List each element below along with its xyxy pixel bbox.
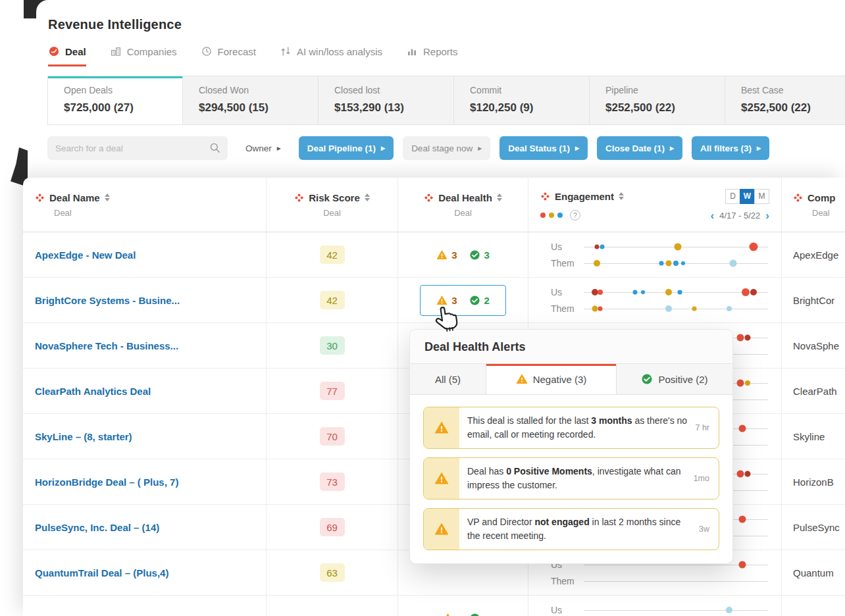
deal-name-link[interactable]: HorizonBridge Deal – ( Plus, 7) <box>35 476 178 488</box>
company-name[interactable]: Quantum <box>793 567 834 578</box>
filter-chip-owner[interactable]: Owner ▸ <box>237 136 290 160</box>
sort-icon[interactable] <box>105 193 110 201</box>
filter-chip-all-filters-3[interactable]: All filters (3) ▸ <box>692 136 769 160</box>
company-name[interactable]: PulseSync <box>793 522 840 533</box>
engagement-dot <box>745 380 750 386</box>
nav-tab-forecast[interactable]: Forecast <box>201 45 256 66</box>
filter-chip-deal-pipeline-1[interactable]: Deal Pipeline (1) ▸ <box>299 136 394 160</box>
deal-name-link[interactable]: QuantumTrail Deal – (Plus,4) <box>35 567 168 578</box>
toggle-w[interactable]: W <box>740 189 755 204</box>
deal-name-link[interactable]: BrightCore Systems - Busine... <box>35 295 180 306</box>
company-cell: PulseSync <box>782 505 845 550</box>
toggle-m[interactable]: M <box>754 189 769 204</box>
company-cell: Quantum <box>782 550 845 595</box>
company-cell: ClearPath <box>782 369 845 413</box>
sort-icon[interactable] <box>365 193 370 201</box>
engagement-dot <box>681 261 685 265</box>
filter-chips: Owner ▸ Deal Pipeline (1) ▸ Deal stage n… <box>237 136 769 160</box>
popover-tab-positive-2[interactable]: Positive (2) <box>617 364 732 394</box>
deal-name-link[interactable]: SkyLine – (8, starter) <box>35 431 132 442</box>
toggle-d[interactable]: D <box>725 189 740 204</box>
summary-card-closed-won[interactable]: Closed Won $294,500 (15) <box>183 76 319 125</box>
popover-tab-negative-3[interactable]: Negative (3) <box>486 364 617 394</box>
popover-alert-list: This deal is stalled for the last 3 mont… <box>410 395 732 563</box>
filter-chip-deal-status-1[interactable]: Deal Status (1) ▸ <box>499 136 588 160</box>
nav-tab-ai-win-loss-analysis[interactable]: AI win/loss analysis <box>280 45 382 66</box>
warning-icon <box>516 373 528 385</box>
prev-range-icon[interactable]: ‹ <box>711 210 715 221</box>
summary-card-commit[interactable]: Commit $120,250 (9) <box>454 76 590 125</box>
nav-tab-deal[interactable]: Deal <box>48 45 86 66</box>
summary-card-closed-lost[interactable]: Closed lost $153,290 (13) <box>319 76 454 125</box>
risk-score-header[interactable]: Risk Score Deal <box>267 178 398 232</box>
engagement-dot <box>665 289 672 295</box>
company-name[interactable]: ClearPath <box>793 386 837 397</box>
engagement-us-label: Us <box>551 287 584 297</box>
engagement-dot <box>598 306 603 311</box>
nav-tab-label: Forecast <box>218 46 256 57</box>
company-header[interactable]: Comp Deal <box>782 178 845 232</box>
deal-health-header-sub: Deal <box>454 208 472 218</box>
check-icon <box>469 249 480 261</box>
sort-icon[interactable] <box>497 193 502 201</box>
filter-chip-deal-stage-now[interactable]: Deal stage now ▸ <box>403 136 490 160</box>
summary-card-label: Commit <box>470 85 589 95</box>
popover-tab-all-5[interactable]: All (5) <box>410 364 486 394</box>
engagement-dot <box>738 424 746 432</box>
companies-icon <box>110 45 122 57</box>
chevron-right-icon: ▸ <box>381 144 385 152</box>
search-input[interactable] <box>47 136 228 160</box>
summary-card-label: Best Case <box>741 85 845 95</box>
risk-score-badge: 30 <box>320 336 345 355</box>
nav-tab-label: AI win/loss analysis <box>297 46 382 57</box>
company-cell: BrightCor <box>782 278 845 322</box>
engagement-dot <box>726 607 732 613</box>
engagement-dot <box>665 305 672 312</box>
sort-icon[interactable] <box>619 192 624 200</box>
deal-name-header[interactable]: Deal Name Deal <box>23 178 267 232</box>
company-name[interactable]: ApexEdge <box>793 249 838 261</box>
filter-chip-close-date-1[interactable]: Close Date (1) ▸ <box>597 136 682 160</box>
alert-card[interactable]: Deal has 0 Positive Moments, investigate… <box>423 457 719 500</box>
alert-text: Deal has 0 Positive Moments, investigate… <box>459 458 694 499</box>
app-window: Revenue Intelligence Deal Companies Fore… <box>0 0 845 616</box>
company-name[interactable]: NovaSphe <box>793 340 839 351</box>
deal-health-cell[interactable]: 3 2 <box>398 278 528 322</box>
positive-count: 2 <box>484 295 490 306</box>
company-cell: NovaSphe <box>782 323 845 368</box>
deal-health-cell[interactable]: 3 3 <box>398 232 528 277</box>
engagement-us-strip <box>584 602 768 616</box>
engagement-dot <box>737 470 744 477</box>
nav-tab-companies[interactable]: Companies <box>110 45 177 66</box>
deal-name-link[interactable]: ClearPath Analytics Deal <box>35 386 151 397</box>
summary-card-open-deals[interactable]: Open Deals $725,000 (27) <box>47 76 183 125</box>
deal-name-link[interactable]: NovaSphere Tech - Business... <box>35 340 178 351</box>
alert-card[interactable]: This deal is stalled for the last 3 mont… <box>423 407 719 449</box>
summary-card-label: Closed lost <box>334 85 453 95</box>
filter-chip-label: Deal Pipeline (1) <box>307 143 376 153</box>
deal-health-header[interactable]: Deal Health Deal <box>398 178 528 232</box>
company-column-icon <box>793 193 803 203</box>
next-range-icon[interactable]: › <box>765 210 769 221</box>
company-name[interactable]: Skyline <box>793 431 825 442</box>
gong-icon <box>48 45 60 57</box>
nav-tab-label: Companies <box>127 46 177 57</box>
summary-card-best-case[interactable]: Best Case $252,500 (22) <box>725 76 845 125</box>
risk-score-badge: 73 <box>320 473 345 491</box>
alert-card[interactable]: VP and Director not engaged in last 2 mo… <box>423 508 719 550</box>
engagement-granularity-toggle[interactable]: DWM <box>726 189 769 204</box>
summary-card-value: $252,500 (22) <box>741 101 845 115</box>
summary-card-pipeline[interactable]: Pipeline $252,500 (22) <box>590 76 725 125</box>
company-name[interactable]: BrightCor <box>793 295 834 306</box>
deal-name-link[interactable]: ApexEdge - New Deal <box>35 249 136 261</box>
summary-card-value: $725,000 (27) <box>64 101 182 115</box>
deal-name-link[interactable]: PulseSync, Inc. Deal – (14) <box>35 522 159 533</box>
engagement-dot <box>659 261 663 265</box>
positive-count: 3 <box>484 249 490 261</box>
company-name[interactable]: HorizonB <box>793 476 834 488</box>
deal-health-cell[interactable] <box>398 596 528 616</box>
engagement-dot <box>737 334 744 341</box>
help-icon[interactable]: ? <box>570 210 580 220</box>
nav-tab-reports[interactable]: Reports <box>406 45 458 66</box>
engagement-dot <box>749 242 757 251</box>
